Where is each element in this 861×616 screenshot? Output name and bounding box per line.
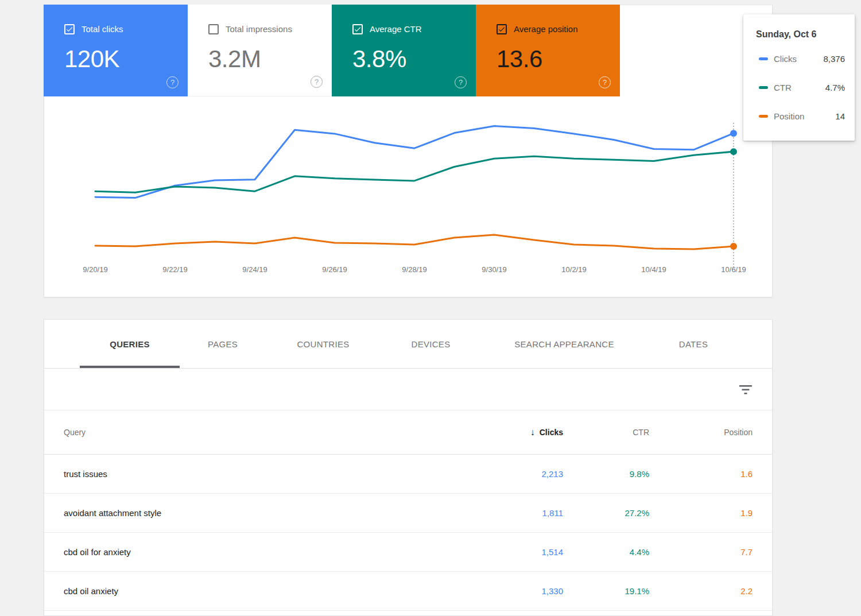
performance-chart-card: Total clicks120K?Total impressions3.2M?A… [44,5,773,297]
tab-countries[interactable]: COUNTRIES [266,320,381,368]
column-header-position[interactable]: Position [649,428,753,437]
x-axis-tick-label: 10/6/19 [708,265,759,274]
clicks-cell: 1,330 [466,586,563,596]
column-header-clicks[interactable]: ↓ Clicks [466,427,563,437]
position-hover-point [730,243,737,250]
clicks-cell: 2,213 [466,469,563,479]
series-dash-icon [759,57,768,60]
tooltip-series-label: CTR [774,83,792,92]
filter-row [44,369,772,410]
x-axis-tick-label: 9/20/19 [69,265,121,274]
table-row[interactable]: avoidant attachment style1,81127.2%1.9 [44,494,772,533]
tooltip-series-value: 4.7% [825,83,845,92]
table-row[interactable]: trust issues2,2139.8%1.6 [44,455,772,494]
column-header-query[interactable]: Query [64,428,466,437]
filter-list-icon [739,385,752,394]
ctr-line [95,152,734,192]
tab-dates[interactable]: DATES [647,320,739,368]
tooltip-series-label: Position [774,111,804,121]
query-cell[interactable]: cbd oil for anxiety [64,547,466,557]
table-row[interactable]: cbd oil anxiety1,33019.1%2.2 [44,572,772,611]
position-cell: 1.6 [649,469,753,479]
clicks-hover-point [730,130,737,137]
ctr-cell: 9.8% [563,469,649,479]
query-cell[interactable]: cbd oil anxiety [64,586,466,596]
x-axis-tick-label: 9/28/19 [389,265,440,274]
performance-line-chart [44,5,772,297]
column-header-clicks-label: Clicks [540,428,563,437]
table-header: Query ↓ Clicks CTR Position [44,410,772,455]
tooltip-date: Sunday, Oct 6 [756,29,845,41]
sort-desc-icon: ↓ [530,427,535,437]
ctr-hover-point [730,148,737,155]
tab-search-appearance[interactable]: SEARCH APPEARANCE [481,320,647,368]
table-row[interactable]: cbd oil for anxiety1,5144.4%7.7 [44,533,772,572]
chart-tooltip: Sunday, Oct 6 Clicks8,376CTR4.7%Position… [743,14,855,141]
x-axis-tick-label: 9/30/19 [468,265,520,274]
x-axis-tick-label: 9/24/19 [229,265,281,274]
tab-queries[interactable]: QUERIES [80,320,180,368]
tooltip-series-value: 14 [835,111,845,121]
tooltip-row-ctr: CTR4.7% [759,73,845,102]
x-axis-tick-label: 9/22/19 [149,265,201,274]
ctr-cell: 19.1% [563,586,649,596]
position-cell: 7.7 [649,547,753,557]
query-cell[interactable]: trust issues [64,469,466,479]
x-axis-tick-label: 10/2/19 [548,265,600,274]
tooltip-rows: Clicks8,376CTR4.7%Position14 [756,44,845,130]
queries-table-card: QUERIESPAGESCOUNTRIESDEVICESSEARCH APPEA… [44,319,773,616]
ctr-cell: 4.4% [563,547,649,557]
x-axis-tick-label: 9/26/19 [309,265,360,274]
position-cell: 2.2 [649,586,753,596]
dimension-tabs: QUERIESPAGESCOUNTRIESDEVICESSEARCH APPEA… [44,320,772,369]
position-cell: 1.9 [649,508,753,518]
clicks-cell: 1,811 [466,508,563,518]
tooltip-row-clicks: Clicks8,376 [759,44,845,73]
clicks-cell: 1,514 [466,547,563,557]
tab-pages[interactable]: PAGES [180,320,266,368]
query-cell[interactable]: avoidant attachment style [64,508,466,518]
tooltip-series-label: Clicks [774,54,797,64]
ctr-cell: 27.2% [563,508,649,518]
table-body: trust issues2,2139.8%1.6avoidant attachm… [44,455,772,611]
series-dash-icon [759,86,768,89]
position-line [95,235,734,249]
series-dash-icon [759,115,768,118]
tooltip-series-value: 8,376 [823,54,845,64]
column-header-ctr[interactable]: CTR [563,428,649,437]
tab-devices[interactable]: DEVICES [381,320,481,368]
tooltip-row-position: Position14 [759,102,845,130]
filter-button[interactable] [736,380,755,398]
x-axis-tick-label: 10/4/19 [628,265,680,274]
